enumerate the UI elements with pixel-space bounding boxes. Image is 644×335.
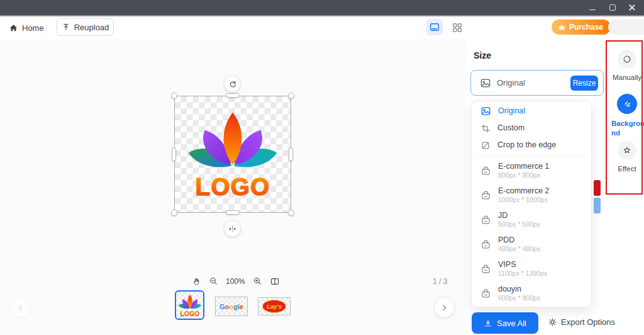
grid-view-toggle[interactable] [449,20,465,35]
grid-view-icon [452,22,463,33]
single-view-icon [429,21,440,33]
google-letter: o [225,303,230,310]
single-view-toggle[interactable] [426,19,443,35]
minimize-icon [589,9,596,10]
size-option-douyin[interactable]: douyin600px * 800px [472,281,591,305]
background-icon [617,94,637,114]
thumbnail-logo-image: LOGO [177,293,203,318]
canvas-zoom-toolbar: 100% [192,276,280,287]
resize-handle-left[interactable] [172,147,176,161]
export-options-label: Export Options [561,317,615,327]
next-image-button[interactable] [435,298,454,317]
rail-item-background[interactable]: Background [608,94,644,138]
reupload-label: Reupload [74,23,109,32]
chevron-left-icon [16,304,25,312]
size-option-ecommerce2[interactable]: E-commerce 21000px * 1000px [472,183,591,207]
minimize-button[interactable] [587,3,597,13]
thumbnail-lays[interactable]: Lay's [258,297,291,315]
size-panel-title: Size [474,50,491,60]
size-options-dropdown: Original Custom Crop to the edge E-comme… [471,101,592,307]
size-option-jd[interactable]: JD500px * 500px [472,207,591,232]
google-letter: G [219,303,225,310]
rail-label-manually: Manually [613,74,641,81]
shopping-bag-icon [480,214,491,225]
save-all-button[interactable]: Save All [472,312,538,334]
home-label: Home [22,23,44,33]
zoom-out-icon[interactable] [209,276,218,286]
crop-icon [480,123,491,133]
size-select-box[interactable]: Original Resize [470,70,604,96]
crown-icon [558,23,566,31]
rotate-icon [228,80,237,89]
reupload-button[interactable]: Reupload [57,18,114,36]
pan-hand-icon[interactable] [192,276,201,286]
chevron-right-icon [440,304,448,312]
hidden-red-button-fragment [594,180,601,196]
gear-icon [548,317,557,327]
logo-image[interactable]: LOGO [184,106,281,203]
hidden-blue-button-fragment [594,198,601,213]
size-option-ecommerce1[interactable]: E-commerce 1800px * 800px [472,158,591,183]
resize-handle-bottom[interactable] [226,210,240,215]
maximize-button[interactable] [608,3,618,13]
account-pill[interactable] [608,20,644,35]
rail-item-manually[interactable]: Manually [608,50,644,81]
rotate-button[interactable] [225,76,240,92]
svg-text:LOGO: LOGO [180,310,199,317]
purchase-label: Purchase [569,23,603,31]
resize-handle-top-right[interactable] [288,93,294,99]
size-option-pdd[interactable]: PDD480px * 480px [472,232,591,256]
logo-text: LOGO [195,173,270,200]
google-letter: e [240,303,243,310]
resize-handle-bottom-right[interactable] [288,210,294,216]
crop-edge-icon [480,140,491,150]
flip-button[interactable] [225,221,240,237]
resize-handle-bottom-left[interactable] [171,210,177,216]
resize-handle-right[interactable] [289,147,293,161]
download-icon [484,319,492,327]
toolbar-divider [46,22,47,33]
resize-handle-top[interactable] [226,93,240,98]
rail-item-effect[interactable]: Effect [608,141,644,173]
rail-label-background: Background [608,119,644,138]
manually-icon [618,50,636,69]
home-button[interactable]: Home [9,19,44,37]
thumbnail-google[interactable]: Google [215,297,248,316]
size-option-custom[interactable]: Custom [472,120,591,137]
shopping-bag-icon [480,190,491,200]
image-icon [480,77,491,89]
previous-image-button[interactable] [11,298,30,317]
dropdown-divider [477,156,586,156]
shopping-bag-icon [480,165,491,176]
resize-handle-top-left[interactable] [171,93,177,99]
image-icon [480,106,491,116]
flip-icon [228,224,237,234]
window-titlebar [0,0,644,15]
page-indicator: 1 / 3 [433,277,447,286]
save-all-label: Save All [497,319,526,328]
google-letter: g [233,303,238,310]
shopping-bag-icon [480,288,491,298]
zoom-level[interactable]: 100% [226,277,245,286]
size-option-vips[interactable]: VIPS1100px * 1390px [472,256,591,281]
app-window: Home Reupload Purchase [0,0,644,335]
rail-label-effect: Effect [618,165,636,173]
size-select-value: Original [497,78,565,88]
lays-logo: Lay's [262,300,286,313]
compare-view-icon[interactable] [270,276,280,287]
upload-icon [62,23,70,31]
thumbnail-logo[interactable]: LOGO [175,290,204,320]
shopping-bag-icon [480,263,491,274]
close-icon [628,4,636,11]
export-options-button[interactable]: Export Options [548,317,615,327]
maximize-icon [609,4,616,11]
close-button[interactable] [627,3,637,13]
size-option-original[interactable]: Original [472,103,591,120]
resize-button[interactable]: Resize [570,76,598,91]
shopping-bag-icon [480,239,491,249]
effect-icon [618,141,636,160]
zoom-in-icon[interactable] [253,276,262,286]
size-option-crop-to-edge[interactable]: Crop to the edge [472,137,591,154]
google-letter: o [229,303,233,310]
purchase-button[interactable]: Purchase [552,20,611,35]
